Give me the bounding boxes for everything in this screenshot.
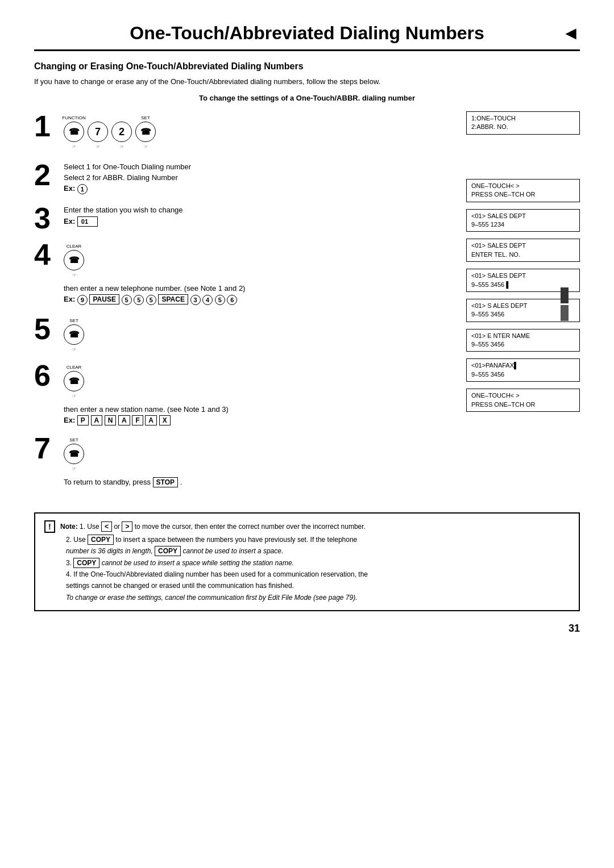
key-P: P bbox=[77, 415, 89, 425]
clear-key-1-wrapper: CLEAR ☎ ☞ bbox=[64, 242, 84, 279]
pause-key: PAUSE bbox=[89, 294, 119, 304]
clear-1-finger: ☞ bbox=[72, 273, 76, 278]
key-2[interactable]: 2 ☞ bbox=[111, 122, 132, 142]
key-2-wrapper: 2 ☞ bbox=[111, 114, 132, 151]
note-4: 4. If the One-Touch/Abbreviated dialing … bbox=[66, 569, 570, 603]
note-1: 1. Use < or > to move the cursor, then e… bbox=[80, 521, 366, 532]
step-3-number: 3 bbox=[34, 203, 57, 233]
steps-left: 1 FUNCTION ☎ ☞ 7 ☞ bbox=[34, 111, 455, 495]
key-7-finger: ☞ bbox=[96, 144, 100, 149]
display-4: <01> SALES DEPTENTER TEL. NO. bbox=[466, 239, 580, 262]
intro-text: If you have to change or erase any of th… bbox=[34, 77, 580, 86]
steps-right: 1:ONE–TOUCH2:ABBR. NO. ONE–TOUCH< >PRESS… bbox=[466, 111, 580, 495]
step-2-number: 2 bbox=[34, 160, 57, 190]
clear-key-1[interactable]: CLEAR ☎ ☞ bbox=[64, 250, 84, 270]
display-1: 1:ONE–TOUCH2:ABBR. NO. bbox=[466, 111, 580, 135]
ex-5a: 5 bbox=[122, 295, 132, 305]
ex-6: 6 bbox=[227, 295, 237, 305]
step-4-content: CLEAR ☎ ☞ then enter a new telephone num… bbox=[64, 240, 455, 307]
copy-key-3: COPY bbox=[73, 558, 99, 568]
step-3-text: Enter the station you wish to change bbox=[64, 206, 455, 214]
set-key-1-wrapper: SET ☎ ☞ bbox=[135, 114, 156, 151]
key-X: X bbox=[159, 415, 171, 425]
spacer-1 bbox=[466, 141, 580, 176]
key-2-finger: ☞ bbox=[120, 144, 124, 149]
set-key-3-wrapper: SET ☎ ☞ bbox=[64, 436, 84, 473]
step-7: 7 SET ☎ ☞ To return to standby, press ST… bbox=[34, 433, 455, 489]
key-A1: A bbox=[91, 415, 103, 425]
step-6-content: CLEAR ☎ ☞ then enter a new station name.… bbox=[64, 361, 455, 427]
note-2: 2. Use COPY to insert a space between th… bbox=[66, 534, 570, 557]
copy-key-2: COPY bbox=[155, 546, 181, 556]
function-key-wrapper: FUNCTION ☎ ☞ bbox=[64, 114, 84, 151]
set-key-3[interactable]: SET ☎ ☞ bbox=[64, 444, 84, 464]
display-8: <01>PANAFAX▌9–555 3456 bbox=[466, 358, 580, 382]
step-3-ex: Ex: 01 bbox=[64, 216, 455, 227]
step-1: 1 FUNCTION ☎ ☞ 7 ☞ bbox=[34, 111, 455, 153]
sub-heading: To change the settings of a One-Touch/AB… bbox=[34, 94, 580, 102]
function-key[interactable]: FUNCTION ☎ ☞ bbox=[64, 122, 84, 142]
key-A2: A bbox=[118, 415, 130, 425]
key-7[interactable]: 7 ☞ bbox=[88, 122, 108, 142]
note-header-row: ! Note: 1. Use < or > to move the cursor… bbox=[44, 520, 570, 534]
clear-2-finger: ☞ bbox=[72, 394, 76, 399]
step-6-ex: Ex: P A N A F A X bbox=[64, 416, 455, 424]
bar-2 bbox=[561, 305, 569, 321]
step-2-line1: Select 1 for One-Touch Dialing number bbox=[64, 162, 455, 171]
set-key-2[interactable]: SET ☎ ☞ bbox=[64, 324, 84, 345]
step-2: 2 Select 1 for One-Touch Dialing number … bbox=[34, 160, 455, 197]
ex-5c: 5 bbox=[146, 295, 156, 305]
key-A3: A bbox=[145, 415, 157, 425]
set-label-2: SET bbox=[69, 318, 78, 323]
step-4-text: then enter a new telephone number. (see … bbox=[64, 284, 455, 293]
ex-4: 4 bbox=[202, 295, 213, 305]
ex-3: 3 bbox=[190, 295, 201, 305]
step-5: 5 SET ☎ ☞ bbox=[34, 314, 455, 354]
step-2-ex: Ex: 1 bbox=[64, 184, 455, 194]
steps-container: 1 FUNCTION ☎ ☞ 7 ☞ bbox=[34, 111, 580, 495]
function-finger: ☞ bbox=[72, 144, 76, 149]
set-key-2-wrapper: SET ☎ ☞ bbox=[64, 316, 84, 354]
step-7-content: SET ☎ ☞ To return to standby, press STOP… bbox=[64, 433, 455, 489]
page-number: 31 bbox=[34, 623, 580, 635]
ex-input-01: 01 bbox=[77, 216, 98, 227]
note-icon: ! bbox=[44, 520, 55, 533]
step-2-line2: Select 2 for ABBR. Dialing Number bbox=[64, 173, 455, 182]
key-7-wrapper: 7 ☞ bbox=[88, 114, 108, 151]
display-3: <01> SALES DEPT9–555 1234 bbox=[466, 209, 580, 232]
set-key-1[interactable]: SET ☎ ☞ bbox=[135, 122, 156, 142]
step-4-number: 4 bbox=[34, 240, 57, 269]
ex-5b: 5 bbox=[134, 295, 144, 305]
step-5-content: SET ☎ ☞ bbox=[64, 314, 455, 354]
step-6: 6 CLEAR ☎ ☞ then enter a new station nam… bbox=[34, 361, 455, 427]
stop-key: STOP bbox=[153, 477, 178, 487]
set-label-1: SET bbox=[141, 115, 150, 120]
step-7-text: To return to standby, press STOP . bbox=[64, 478, 455, 486]
sidebar-bars bbox=[561, 287, 569, 321]
key-N: N bbox=[105, 415, 117, 425]
display-9: ONE–TOUCH< >PRESS ONE–TCH OR bbox=[466, 389, 580, 412]
set-label-3: SET bbox=[69, 437, 78, 443]
step-4-ex: Ex: 9 PAUSE 5 5 5 SPACE 3 4 5 6 bbox=[64, 295, 455, 305]
clear-label-1: CLEAR bbox=[67, 244, 82, 249]
display-7: <01> E NTER NAME9–555 3456 bbox=[466, 329, 580, 352]
clear-key-2[interactable]: CLEAR ☎ ☞ bbox=[64, 371, 84, 391]
step-7-number: 7 bbox=[34, 433, 57, 463]
key-F: F bbox=[132, 415, 143, 425]
step-6-number: 6 bbox=[34, 361, 57, 390]
note-label: Note: bbox=[60, 523, 78, 531]
step-6-text: then enter a new station name. (see Note… bbox=[64, 405, 455, 414]
ex-5d: 5 bbox=[215, 295, 225, 305]
step-2-content: Select 1 for One-Touch Dialing number Se… bbox=[64, 160, 455, 197]
set-3-finger: ☞ bbox=[72, 466, 76, 471]
set-1-finger: ☞ bbox=[144, 144, 148, 149]
step-3: 3 Enter the station you wish to change E… bbox=[34, 203, 455, 233]
step-1-content: FUNCTION ☎ ☞ 7 ☞ 2 ☞ bbox=[64, 111, 455, 153]
function-label: FUNCTION bbox=[62, 115, 85, 120]
ex-circle-1: 1 bbox=[77, 184, 88, 194]
notes-section: ! Note: 1. Use < or > to move the cursor… bbox=[34, 512, 580, 611]
set-2-finger: ☞ bbox=[72, 347, 76, 352]
step-1-number: 1 bbox=[34, 111, 57, 141]
space-key: SPACE bbox=[158, 294, 188, 304]
step-3-content: Enter the station you wish to change Ex:… bbox=[64, 203, 455, 229]
